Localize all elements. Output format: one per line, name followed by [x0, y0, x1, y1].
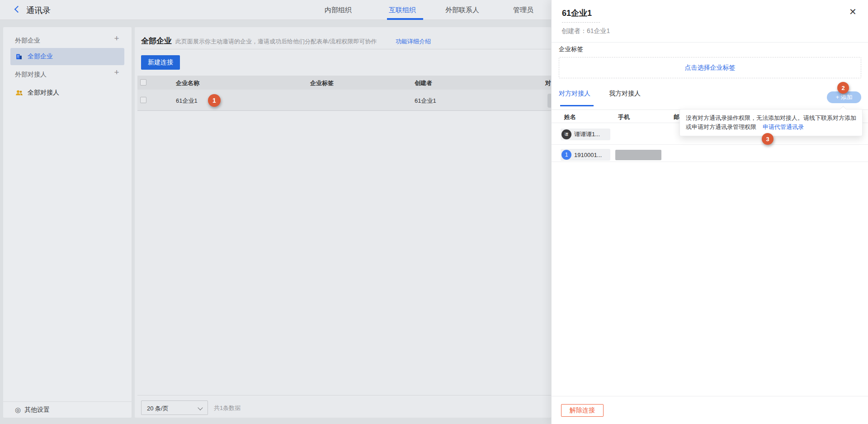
- select-tag-placeholder: 点击选择企业标签: [685, 64, 736, 72]
- annotation-badge-3: 3: [762, 133, 774, 145]
- main-content: 全部企业 此页面展示你主动邀请的企业，邀请成功后给他们分配表单/流程权限即可协作…: [135, 27, 551, 418]
- sidebar-item-label: 全部对接人: [28, 89, 59, 97]
- col-creator: 创建者: [415, 79, 432, 87]
- page-size-select[interactable]: 20 条/页: [141, 400, 208, 415]
- gear-icon: ◎: [15, 406, 21, 414]
- no-permission-tooltip: 没有对方通讯录操作权限，无法添加对接人。请线下联系对方添加或申请对方通讯录管理权…: [679, 109, 863, 136]
- add-button-label: 添加: [841, 94, 853, 100]
- add-enterprise-plus-icon[interactable]: +: [112, 33, 122, 43]
- sidebar-group-external-enterprise: 外部企业: [15, 37, 40, 45]
- avatar: 1: [561, 150, 571, 160]
- annotation-badge-1: 1: [208, 94, 221, 107]
- cell-creator: 61企业1: [415, 97, 436, 105]
- tab-external-contacts[interactable]: 外部联系人: [445, 0, 479, 20]
- enterprise-table-header: 企业名称 企业标签 创建者 对: [137, 76, 551, 90]
- disconnect-button[interactable]: 解除连接: [561, 404, 604, 417]
- apply-managed-contacts-link[interactable]: 申请代管通讯录: [763, 124, 804, 130]
- tab-connected-org[interactable]: 互联组织: [389, 0, 416, 20]
- avatar: 谭: [561, 129, 571, 139]
- col-clipped: 对: [545, 79, 551, 87]
- sidebar-item-all-enterprises[interactable]: 全部企业: [10, 48, 124, 65]
- tooltip-arrow: [840, 106, 846, 112]
- masked-phone-placeholder: [615, 150, 661, 160]
- sidebar-item-all-contact-persons[interactable]: 全部对接人: [10, 84, 124, 101]
- sidebar-item-label: 全部企业: [28, 52, 53, 61]
- tab-our-contacts[interactable]: 我方对接人: [609, 90, 641, 98]
- divider: [141, 49, 551, 49]
- page-size-value: 20 条/页: [147, 405, 169, 413]
- section-title: 全部企业: [141, 36, 172, 46]
- contact-row: 1 1910001...: [552, 145, 868, 162]
- add-contact-person-plus-icon[interactable]: +: [112, 67, 122, 77]
- col-phone: 手机: [618, 113, 630, 121]
- app-root: 通讯录 内部组织 互联组织 外部联系人 管理员 外部企业 + 全部企业 外部对接…: [0, 0, 868, 424]
- back-icon[interactable]: [14, 6, 22, 13]
- chevron-down-icon: [198, 405, 203, 410]
- drawer-title: 61企业1: [562, 8, 592, 19]
- sidebar-group-external-contact-person: 外部对接人: [15, 71, 47, 79]
- title-dashed-underline: [562, 22, 600, 23]
- feature-intro-link[interactable]: 功能详细介绍: [396, 38, 431, 46]
- building-icon: [15, 52, 23, 61]
- contact-name: 谭谭谭1...: [574, 130, 600, 138]
- total-count-label: 共1条数据: [214, 404, 241, 412]
- cell-enterprise-name[interactable]: 61企业1: [176, 97, 198, 105]
- sidebar-item-other-settings[interactable]: ◎ 其他设置: [3, 402, 132, 418]
- page-title: 通讯录: [26, 5, 51, 16]
- people-icon: [15, 89, 23, 97]
- col-name: 姓名: [564, 113, 576, 121]
- col-enterprise-tag: 企业标签: [310, 79, 334, 87]
- other-settings-label: 其他设置: [24, 406, 50, 414]
- tab-admin[interactable]: 管理员: [513, 0, 533, 20]
- active-tab-indicator: [387, 18, 423, 20]
- select-all-checkbox[interactable]: [140, 79, 146, 86]
- new-connection-button[interactable]: 新建连接: [141, 55, 180, 70]
- enterprise-detail-drawer: 61企业1 创建者：61企业1 ✕ 企业标签 点击选择企业标签 对方对接人 我方…: [551, 0, 868, 424]
- divider: [552, 42, 868, 43]
- close-icon[interactable]: ✕: [849, 6, 857, 17]
- active-tab-indicator: [560, 105, 594, 106]
- sidebar: 外部企业 + 全部企业 外部对接人 +: [3, 27, 132, 418]
- person-chip[interactable]: 谭 谭谭谭1...: [561, 129, 610, 140]
- enterprise-tag-label: 企业标签: [559, 45, 583, 53]
- tab-their-contacts[interactable]: 对方对接人: [559, 90, 590, 98]
- annotation-badge-2: 2: [837, 82, 849, 94]
- plus-icon: +: [835, 94, 839, 100]
- creator-line: 创建者：61企业1: [561, 27, 610, 35]
- divider: [137, 395, 551, 395]
- tab-internal-org[interactable]: 内部组织: [325, 0, 352, 20]
- select-enterprise-tag-box[interactable]: 点击选择企业标签: [559, 57, 861, 78]
- section-description: 此页面展示你主动邀请的企业，邀请成功后给他们分配表单/流程权限即可协作: [175, 38, 377, 46]
- divider: [552, 396, 868, 396]
- person-chip[interactable]: 1 1910001...: [561, 149, 610, 161]
- row-checkbox[interactable]: [140, 97, 146, 103]
- table-row[interactable]: 61企业1 61企业1: [137, 90, 551, 111]
- contact-name: 1910001...: [574, 152, 602, 158]
- col-enterprise-name: 企业名称: [176, 79, 199, 87]
